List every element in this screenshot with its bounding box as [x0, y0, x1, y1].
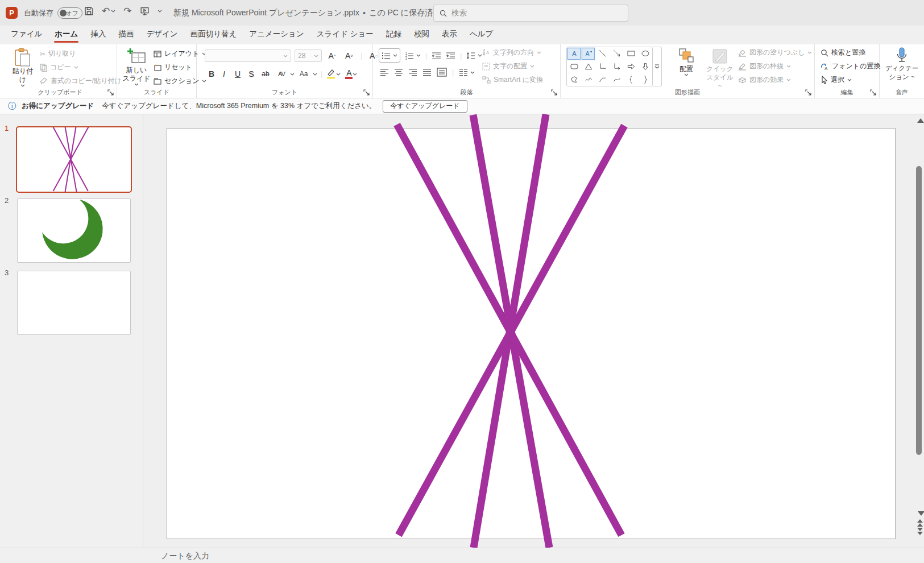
- shape-triangle-icon[interactable]: [581, 60, 595, 73]
- shape-outline-button[interactable]: 図形の枠線: [738, 61, 791, 71]
- start-slideshow-icon[interactable]: [140, 6, 150, 16]
- change-case-button[interactable]: Aa: [295, 68, 313, 80]
- shape-text-box-icon[interactable]: A: [567, 47, 581, 60]
- notes-bar[interactable]: ノートを入力: [0, 548, 924, 563]
- shape-line-arrow-icon[interactable]: [610, 47, 624, 60]
- redo-icon[interactable]: ↷: [123, 5, 131, 17]
- powerpoint-logo-icon[interactable]: P: [6, 7, 18, 19]
- columns-button[interactable]: [459, 68, 475, 76]
- slide1-lines[interactable]: [167, 129, 895, 539]
- shape-right-brace-icon[interactable]: [638, 73, 652, 86]
- tab-design[interactable]: デザイン: [140, 25, 184, 44]
- character-spacing-chevron-icon[interactable]: [290, 73, 295, 76]
- editing-dialog-launcher-icon[interactable]: [870, 89, 877, 96]
- arrange-button[interactable]: 配置: [672, 48, 701, 76]
- justify-icon[interactable]: [422, 68, 432, 76]
- text-shadow-button[interactable]: S: [245, 68, 258, 80]
- tab-help[interactable]: ヘルプ: [463, 25, 499, 44]
- new-slide-button[interactable]: 新しい スライド: [122, 48, 151, 86]
- font-dialog-launcher-icon[interactable]: [363, 89, 370, 96]
- replace-fonts-button[interactable]: A フォントの置換: [821, 61, 880, 71]
- paste-button[interactable]: 貼り付け: [9, 48, 36, 87]
- undo-button[interactable]: ↶: [102, 5, 115, 17]
- quick-styles-button[interactable]: クイック スタイル ~: [704, 48, 736, 90]
- tab-record[interactable]: 記録: [380, 25, 408, 44]
- shape-vertical-text-box-icon[interactable]: A: [581, 47, 595, 60]
- line-spacing-button[interactable]: [466, 52, 482, 60]
- tab-draw[interactable]: 描画: [112, 25, 140, 44]
- shape-freeform-icon[interactable]: [567, 73, 581, 86]
- slide-thumbnail-3[interactable]: [17, 271, 131, 335]
- shape-block-arrow-down-icon[interactable]: [638, 60, 652, 73]
- align-center-icon[interactable]: [394, 68, 403, 76]
- next-slide-button[interactable]: [917, 528, 923, 535]
- bullets-button[interactable]: [379, 48, 400, 63]
- shape-oval-icon[interactable]: [638, 47, 652, 60]
- clipboard-dialog-launcher-icon[interactable]: [107, 89, 114, 96]
- tab-view[interactable]: 表示: [436, 25, 463, 44]
- reset-button[interactable]: リセット: [154, 63, 192, 72]
- strikethrough-button[interactable]: ab: [258, 68, 273, 80]
- tab-insert[interactable]: 挿入: [84, 25, 112, 44]
- align-right-icon[interactable]: [408, 68, 417, 76]
- tab-animations[interactable]: アニメーション: [243, 25, 310, 44]
- customize-qat-icon[interactable]: [158, 10, 162, 13]
- shape-block-arrow-right-icon[interactable]: [624, 60, 638, 73]
- distribute-text-icon[interactable]: [437, 68, 447, 77]
- shape-scribble-icon[interactable]: [581, 73, 595, 86]
- italic-button[interactable]: I: [217, 68, 231, 80]
- tab-transitions[interactable]: 画面切り替え: [184, 25, 243, 44]
- underline-button[interactable]: U: [231, 68, 245, 80]
- shape-elbow-connector-icon[interactable]: [595, 60, 610, 73]
- shape-rectangle-icon[interactable]: [624, 47, 638, 60]
- drawing-dialog-launcher-icon[interactable]: [805, 89, 812, 96]
- convert-smartart-button[interactable]: SmartArt に変換: [482, 75, 543, 85]
- shape-fill-button[interactable]: 図形の塗りつぶし: [738, 48, 812, 57]
- save-icon[interactable]: [84, 6, 94, 16]
- shape-left-brace-icon[interactable]: [624, 73, 638, 86]
- font-size-combobox[interactable]: 28: [295, 49, 322, 62]
- character-spacing-button[interactable]: AV: [273, 68, 290, 80]
- bold-button[interactable]: B: [206, 68, 217, 80]
- shape-gallery-more-button[interactable]: [653, 47, 662, 86]
- cut-button[interactable]: ✂ 切り取り: [40, 49, 76, 59]
- tab-slideshow[interactable]: スライド ショー: [310, 25, 380, 44]
- slide-canvas[interactable]: [167, 128, 896, 539]
- copy-button[interactable]: コピー: [40, 63, 78, 72]
- shape-rounded-rectangle-icon[interactable]: [567, 60, 581, 73]
- previous-slide-button[interactable]: [917, 519, 923, 527]
- upgrade-now-button[interactable]: 今すぐアップグレード: [383, 100, 467, 113]
- document-title[interactable]: 新規 Microsoft PowerPoint プレゼンテーション.pptx •…: [173, 8, 449, 18]
- decrease-font-size-button[interactable]: A˅: [343, 49, 355, 62]
- tab-home[interactable]: ホーム: [48, 25, 84, 44]
- slide-thumbnail-2[interactable]: [17, 198, 131, 263]
- tab-review[interactable]: 校閲: [408, 25, 436, 44]
- font-color-button[interactable]: A: [345, 69, 357, 79]
- scroll-up-icon[interactable]: [917, 118, 924, 123]
- increase-indent-icon[interactable]: [446, 52, 455, 60]
- shape-effects-button[interactable]: 図形の効果: [738, 75, 791, 85]
- search-input[interactable]: 検索: [433, 5, 628, 22]
- autosave-toggle[interactable]: オフ: [57, 7, 82, 19]
- change-case-chevron-icon[interactable]: [313, 73, 317, 76]
- autosave-control[interactable]: 自動保存 オフ: [24, 7, 82, 19]
- shape-elbow-arrow-connector-icon[interactable]: [610, 60, 624, 73]
- shape-arc-icon[interactable]: [595, 73, 610, 86]
- text-direction-button[interactable]: A 文字列の方向: [482, 48, 541, 57]
- align-left-icon[interactable]: [380, 68, 389, 76]
- shape-curve-icon[interactable]: [610, 73, 624, 86]
- scroll-down-icon[interactable]: [918, 511, 924, 516]
- find-replace-button[interactable]: 検索と置換: [821, 48, 865, 57]
- increase-font-size-button[interactable]: A^: [326, 49, 338, 62]
- text-highlight-button[interactable]: [326, 69, 341, 79]
- font-name-combobox[interactable]: [205, 49, 291, 62]
- numbering-button[interactable]: 1 2 3: [405, 52, 421, 60]
- align-text-button[interactable]: 文字の配置: [482, 61, 534, 71]
- tab-file[interactable]: ファイル: [5, 25, 48, 44]
- select-button[interactable]: 選択: [821, 75, 852, 85]
- vertical-scrollbar[interactable]: [916, 166, 922, 455]
- paragraph-dialog-launcher-icon[interactable]: [551, 89, 558, 96]
- shape-line-icon[interactable]: [595, 47, 610, 60]
- decrease-indent-icon[interactable]: [432, 52, 441, 60]
- dictation-button[interactable]: ディクテー ション ~: [883, 47, 921, 81]
